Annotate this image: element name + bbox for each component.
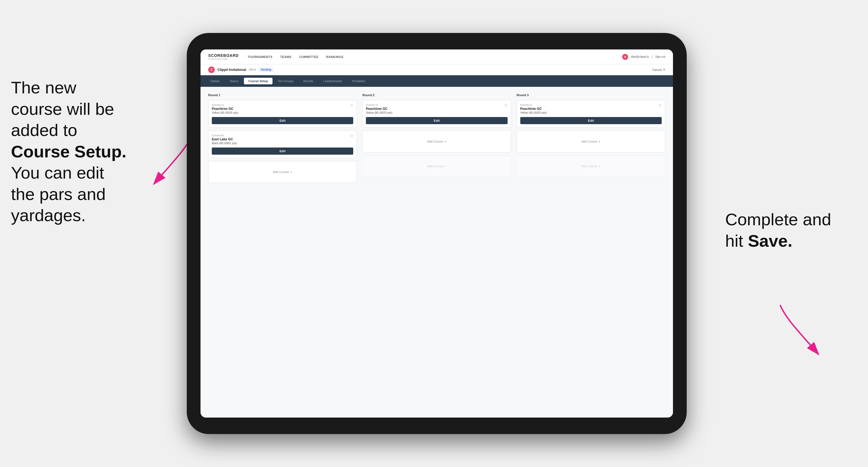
add-course-label-r2-disabled: Add Course <box>427 164 443 168</box>
add-course-plus-r2-active: + <box>444 139 446 144</box>
add-course-label-r2-active: Add Course <box>427 140 443 143</box>
r2-course-a-name: Peachtree GC <box>366 107 507 111</box>
top-navigation: SCOREBOARD Powered by clippd TOURNAMENTS… <box>200 50 673 64</box>
r3-course-a-tag: (Course A) <box>520 103 662 106</box>
logo-area: SCOREBOARD Powered by clippd <box>208 53 239 60</box>
tournament-name: Clippd Invitational <box>218 68 246 72</box>
tournament-info: C Clippd Invitational (Men) Hosting <box>208 66 273 73</box>
tablet-device: SCOREBOARD Powered by clippd TOURNAMENTS… <box>187 33 687 434</box>
delete-icon-r3[interactable]: ⊡ <box>658 103 662 107</box>
user-email: blair@clippd.io <box>631 55 649 58</box>
course-b-tees: Black (M) (6891 yds) <box>212 142 353 145</box>
round-3-label: Round 3 <box>517 93 665 97</box>
nav-right-area: B blair@clippd.io | Sign out <box>622 54 665 60</box>
tournament-bar: C Clippd Invitational (Men) Hosting Canc… <box>200 64 673 75</box>
nav-rankings[interactable]: RANKINGS <box>326 55 343 59</box>
delete-icon-r2[interactable]: ⊡ <box>504 103 508 107</box>
nav-committee[interactable]: COMMITTEE <box>299 55 319 59</box>
nav-tournaments[interactable]: TOURNAMENTS <box>247 55 273 59</box>
edit-button-r1-b[interactable]: Edit <box>212 148 353 155</box>
add-course-plus-r3-active: + <box>598 139 601 144</box>
add-course-button-r3-disabled: Add Course + <box>517 155 665 177</box>
add-course-label-r3-active: Add Course <box>581 140 597 143</box>
add-course-label-r3-disabled: Add Course <box>581 164 597 168</box>
tab-course-setup[interactable]: Course Setup <box>244 78 273 84</box>
logo-text: SCOREBOARD <box>208 53 239 58</box>
tab-navigation: Details Teams Course Setup Tee Groups Re… <box>200 75 673 87</box>
main-content: Round 1 ⊡ (Course A) Peachtree GC Yellow… <box>200 87 673 417</box>
round2-course-a-card: ⊡ (Course A) Peachtree GC Yellow (M) (66… <box>362 100 511 128</box>
course-a-tees: Yellow (M) (6629 yds) <box>212 111 353 114</box>
add-course-button-r2-disabled: Add Course + <box>362 155 511 177</box>
delete-icon-b[interactable]: ⊡ <box>349 133 354 138</box>
r2-course-a-tag: (Course A) <box>366 103 507 106</box>
add-course-button-r2-active[interactable]: Add Course + <box>362 130 511 152</box>
rounds-grid: Round 1 ⊡ (Course A) Peachtree GC Yellow… <box>208 93 665 186</box>
course-a-name: Peachtree GC <box>212 107 353 111</box>
round-3-column: Round 3 ⊡ (Course A) Peachtree GC Yellow… <box>517 93 665 186</box>
avatar: B <box>622 54 628 60</box>
round1-course-b-card: ⊡ (Course B) East Lake GC Black (M) (689… <box>208 130 357 158</box>
tab-printables[interactable]: Printables <box>347 78 370 84</box>
add-course-label-r1: Add Course <box>273 170 289 174</box>
tab-details[interactable]: Details <box>206 78 224 84</box>
delete-icon[interactable]: ⊡ <box>349 103 354 107</box>
add-course-button-r1[interactable]: Add Course + <box>208 161 357 183</box>
add-course-plus-r3-disabled: + <box>598 164 601 168</box>
round-1-label: Round 1 <box>208 93 357 97</box>
edit-button-r3-a[interactable]: Edit <box>520 117 662 124</box>
round-1-column: Round 1 ⊡ (Course A) Peachtree GC Yellow… <box>208 93 357 186</box>
nav-separator: | <box>652 55 653 58</box>
course-b-tag: (Course B) <box>212 134 353 137</box>
round3-course-a-card: ⊡ (Course A) Peachtree GC Yellow (M) (66… <box>517 100 665 128</box>
edit-button-r2-a[interactable]: Edit <box>366 117 507 124</box>
tab-results[interactable]: Results <box>299 78 318 84</box>
sign-out-link[interactable]: Sign out <box>655 55 665 58</box>
round1-course-a-card: ⊡ (Course A) Peachtree GC Yellow (M) (66… <box>208 100 357 128</box>
round-2-label: Round 2 <box>362 93 511 97</box>
cancel-button[interactable]: Cancel ✕ <box>652 68 665 71</box>
tournament-logo-icon: C <box>208 66 215 73</box>
nav-teams[interactable]: TEAMS <box>280 55 291 59</box>
right-arrow-icon <box>764 302 840 363</box>
course-b-name: East Lake GC <box>212 137 353 141</box>
tab-leaderboards[interactable]: Leaderboards <box>319 78 346 84</box>
tablet-screen: SCOREBOARD Powered by clippd TOURNAMENTS… <box>200 50 673 417</box>
tab-teams[interactable]: Teams <box>225 78 243 84</box>
tournament-status-badge: Hosting <box>259 68 273 72</box>
r3-course-a-name: Peachtree GC <box>520 107 662 111</box>
left-annotation: The new course will be added to Course S… <box>11 77 154 226</box>
r3-course-a-tees: Yellow (M) (6629 yds) <box>520 111 662 114</box>
tournament-gender: (Men) <box>249 68 256 71</box>
add-course-plus-r1: + <box>290 170 292 174</box>
course-a-tag: (Course A) <box>212 103 353 106</box>
tab-tee-groups[interactable]: Tee Groups <box>274 78 298 84</box>
add-course-button-r3-active[interactable]: Add Course + <box>517 130 665 152</box>
r2-course-a-tees: Yellow (M) (6629 yds) <box>366 111 507 114</box>
add-course-plus-r2-disabled: + <box>444 164 446 168</box>
edit-button-r1-a[interactable]: Edit <box>212 117 353 124</box>
nav-links: TOURNAMENTS TEAMS COMMITTEE RANKINGS <box>247 55 622 59</box>
logo-subtext: Powered by clippd <box>208 58 239 60</box>
right-annotation: Complete and hit Save. <box>725 209 857 251</box>
round-2-column: Round 2 ⊡ (Course A) Peachtree GC Yellow… <box>362 93 511 186</box>
